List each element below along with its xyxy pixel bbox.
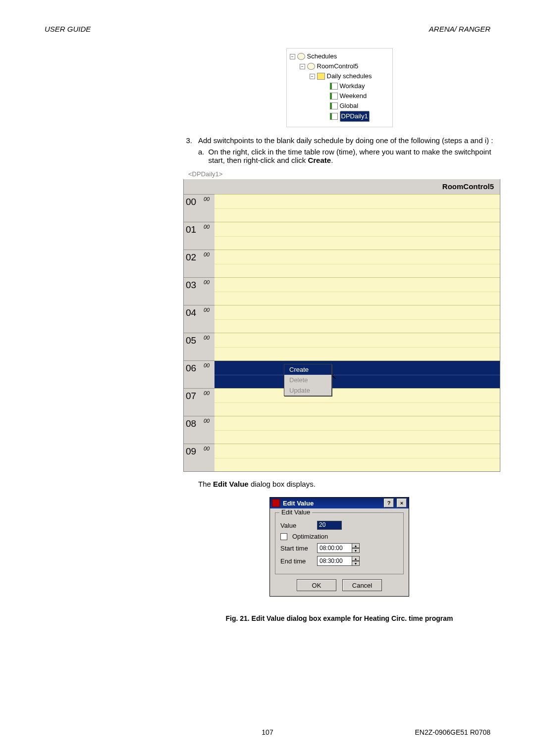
help-button[interactable]: ? [384,499,394,507]
tree-node-global[interactable]: Global [290,101,389,111]
schedule-cell[interactable] [214,222,500,250]
schedule-cell[interactable] [214,388,500,416]
tree-label: RoomControl5 [317,61,359,71]
substep-text-run: On the right, click in the time table ro… [209,148,491,164]
page-header: USER GUIDE ARENA/ RANGER [45,25,490,33]
schedule-cell[interactable] [214,333,500,360]
header-right: ARENA/ RANGER [429,25,490,33]
dialog-titlebar[interactable]: Edit Value ? × [270,498,409,508]
collapse-icon[interactable]: − [310,74,315,79]
schedule-cell[interactable] [214,416,500,444]
schedule-row-02[interactable]: 02 00 [184,250,500,277]
optimization-row[interactable]: Optimization [280,533,398,540]
dialog-title: Edit Value [283,500,314,507]
minute-label: 00 [204,194,214,222]
step-text: Add switchpoints to the blank daily sche… [198,136,493,145]
start-time-value[interactable]: 08:00:00 [317,543,352,553]
schedule-row-07[interactable]: 07 00 [184,388,500,416]
step-3: 3. Add switchpoints to the blank daily s… [183,136,495,145]
context-menu-update: Update [284,385,331,396]
context-menu-delete: Delete [284,375,331,385]
collapse-icon[interactable]: − [300,64,305,69]
schedule-cell[interactable] [214,305,500,333]
start-time-input[interactable]: 08:00:00 ▲▼ [317,543,360,553]
end-time-value[interactable]: 08:30:00 [317,556,352,566]
optimization-label: Optimization [292,533,328,540]
edit-value-group: Edit Value Value 20 Optimization Start t… [275,512,404,574]
schedule-row-08[interactable]: 08 00 [184,416,500,444]
minute-label: 00 [204,388,214,416]
start-time-row: Start time 08:00:00 ▲▼ [280,543,398,553]
start-time-spinner[interactable]: ▲▼ [352,543,360,553]
end-time-row: End time 08:30:00 ▲▼ [280,556,398,566]
schedule-row-05[interactable]: 05 00 [184,333,500,360]
tree-node-weekend[interactable]: Weekend [290,91,389,101]
tree-node-dpdaily1[interactable]: DPDaily1 [290,111,389,122]
tree-label-selected: DPDaily1 [340,111,370,122]
edit-value-dialog: Edit Value ? × Edit Value Value 20 [269,497,409,597]
schedule-row-04[interactable]: 04 00 [184,305,500,333]
clock-icon [297,53,305,60]
hour-label: 02 [184,250,204,277]
tree-label: Global [340,101,359,111]
schedule-cell[interactable] [214,194,500,222]
cancel-button[interactable]: Cancel [342,579,382,591]
hour-label: 09 [184,444,204,471]
schedule-title: <DPDaily1> [186,170,224,178]
tree-node-room[interactable]: − RoomControl5 [290,61,389,71]
after-text: The Edit Value dialog box displays. [183,480,495,488]
content-column: − Schedules − RoomControl5 − Daily sched… [183,48,495,622]
schedule-icon [330,83,338,90]
tree-node-workday[interactable]: Workday [290,81,389,91]
schedule-cell-selected[interactable]: Create Delete Update ↖ [214,360,500,388]
close-button[interactable]: × [397,499,407,507]
group-label: Edit Value [279,508,312,516]
context-menu[interactable]: Create Delete Update [284,364,332,396]
schedule-row-01[interactable]: 01 00 [184,222,500,250]
hour-label: 07 [184,388,204,416]
substep-bold: Create [308,156,331,164]
schedule-column-header: RoomControl5 [184,179,500,194]
figure-caption: Fig. 21. Edit Value dialog box example f… [183,614,495,622]
optimization-checkbox[interactable] [280,533,287,540]
schedule-row-09[interactable]: 09 00 [184,444,500,471]
schedule-icon [330,102,338,109]
calendar-icon [317,73,325,80]
schedule-row-03[interactable]: 03 00 [184,277,500,305]
schedule-icon [330,113,338,120]
schedule-cell[interactable] [214,277,500,305]
step-number: 3. [183,136,192,145]
schedule-row-06-selected[interactable]: 06 00 Create Delete Update ↖ [184,360,500,388]
page: USER GUIDE ARENA/ RANGER − Schedules − R… [0,0,535,756]
edit-value-dialog-figure: Edit Value ? × Edit Value Value 20 [183,497,495,597]
substep-end: . [331,156,333,164]
text-run: dialog box displays. [249,480,316,488]
end-time-spinner[interactable]: ▲▼ [352,556,360,566]
page-footer: 107 EN2Z-0906GE51 R0708 [45,728,490,736]
ok-button[interactable]: OK [297,579,336,591]
schedule-cell[interactable] [214,250,500,277]
schedule-row-00[interactable]: 00 00 [184,194,500,222]
schedule-grid-figure: <DPDaily1> RoomControl5 00 00 01 00 02 0… [183,174,500,472]
tree-node-daily-group[interactable]: − Daily schedules [290,71,389,81]
end-time-input[interactable]: 08:30:00 ▲▼ [317,556,360,566]
value-row: Value 20 [280,521,398,530]
header-left: USER GUIDE [45,25,91,33]
minute-label: 00 [204,250,214,277]
collapse-icon[interactable]: − [290,54,295,59]
value-input[interactable]: 20 [317,521,342,530]
tree-node-schedules[interactable]: − Schedules [290,51,389,61]
step-3a: a. On the right, click in the time table… [183,148,495,164]
schedule-icon [330,93,338,100]
substep-letter: a. [198,148,205,164]
end-time-label: End time [280,557,312,565]
substep-text: On the right, click in the time table ro… [209,148,495,164]
context-menu-create[interactable]: Create [284,364,331,375]
schedule-tree[interactable]: − Schedules − RoomControl5 − Daily sched… [286,48,393,127]
hour-label: 08 [184,416,204,444]
schedule-cell[interactable] [214,444,500,471]
start-time-label: Start time [280,545,312,552]
schedule-legend: <DPDaily1> [183,174,500,179]
clock-icon [307,63,315,70]
minute-label: 00 [204,333,214,360]
